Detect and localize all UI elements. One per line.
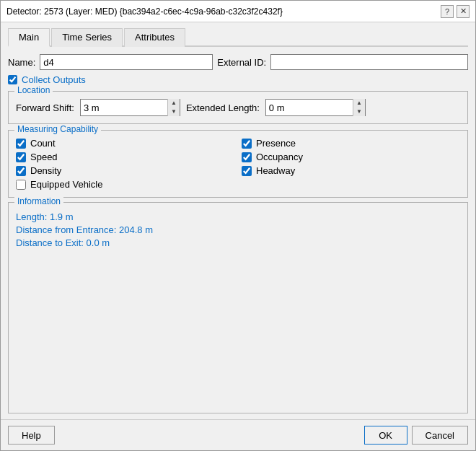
presence-checkbox[interactable]	[242, 139, 252, 149]
location-row: Forward Shift: ▲ ▼ Extended Length: ▲ ▼	[16, 99, 460, 116]
headway-label[interactable]: Headway	[256, 165, 295, 176]
cancel-button[interactable]: Cancel	[412, 426, 468, 445]
extended-length-input[interactable]	[266, 100, 353, 115]
ok-button[interactable]: OK	[364, 426, 407, 445]
extended-length-spinner-buttons: ▲ ▼	[353, 99, 365, 116]
name-input[interactable]	[40, 54, 213, 70]
title-actions: ? ✕	[441, 5, 470, 18]
headway-checkbox[interactable]	[242, 166, 252, 176]
close-title-button[interactable]: ✕	[457, 5, 470, 18]
info-distance-exit: Distance to Exit: 0.0 m	[16, 237, 460, 248]
check-presence: Presence	[242, 138, 460, 149]
extended-length-spinner: ▲ ▼	[265, 99, 366, 116]
tab-main[interactable]: Main	[8, 28, 50, 47]
measuring-capability-group: Measuring Capability Count Presence Spee…	[8, 130, 468, 198]
equipped-vehicle-label[interactable]: Equipped Vehicle	[30, 179, 102, 190]
check-speed: Speed	[16, 152, 234, 162]
dialog-body: Main Time Series Attributes Name: Extern…	[1, 22, 475, 419]
measuring-capability-label: Measuring Capability	[14, 124, 101, 134]
speed-label[interactable]: Speed	[30, 152, 58, 162]
information-group: Information Length: 1.9 m Distance from …	[8, 202, 468, 413]
collect-outputs-row: Collect Outputs	[8, 74, 468, 85]
location-group-label: Location	[14, 85, 53, 95]
density-label[interactable]: Density	[30, 165, 61, 176]
information-content: Length: 1.9 m Distance from Entrance: 20…	[16, 211, 460, 248]
collect-outputs-checkbox[interactable]	[8, 75, 17, 84]
footer-right-buttons: OK Cancel	[364, 426, 468, 445]
info-length: Length: 1.9 m	[16, 211, 460, 222]
title-bar: Detector: 2573 (Layer: MED) {bac394a2-c6…	[1, 1, 475, 22]
collect-outputs-label[interactable]: Collect Outputs	[22, 74, 86, 85]
dialog-container: Detector: 2573 (Layer: MED) {bac394a2-c6…	[0, 0, 476, 451]
dialog-footer: Help OK Cancel	[1, 419, 475, 450]
check-equipped-vehicle: Equipped Vehicle	[16, 179, 234, 190]
help-title-button[interactable]: ?	[441, 5, 454, 18]
name-label: Name:	[8, 57, 35, 68]
occupancy-label[interactable]: Occupancy	[256, 152, 303, 162]
forward-shift-down-btn[interactable]: ▼	[168, 108, 180, 116]
extended-length-label: Extended Length:	[186, 102, 260, 113]
extended-length-down-btn[interactable]: ▼	[353, 108, 365, 116]
forward-shift-spinner-buttons: ▲ ▼	[167, 99, 180, 116]
tab-time-series[interactable]: Time Series	[51, 28, 123, 47]
count-checkbox[interactable]	[16, 139, 26, 149]
tab-bar: Main Time Series Attributes	[8, 28, 468, 47]
density-checkbox[interactable]	[16, 166, 26, 176]
forward-shift-input[interactable]	[81, 100, 167, 115]
dialog-title: Detector: 2573 (Layer: MED) {bac394a2-c6…	[6, 6, 283, 17]
check-headway: Headway	[242, 165, 460, 176]
presence-label[interactable]: Presence	[256, 138, 296, 149]
forward-shift-label: Forward Shift:	[16, 102, 74, 113]
check-count: Count	[16, 138, 234, 149]
external-id-input[interactable]	[270, 54, 468, 70]
help-button[interactable]: Help	[8, 426, 55, 445]
forward-shift-up-btn[interactable]: ▲	[168, 99, 180, 108]
occupancy-checkbox[interactable]	[242, 152, 252, 162]
measuring-grid: Count Presence Speed Occupancy Density	[16, 138, 460, 190]
name-row: Name: External ID:	[8, 54, 468, 70]
tab-attributes[interactable]: Attributes	[124, 28, 185, 47]
information-group-label: Information	[14, 196, 63, 206]
check-density: Density	[16, 165, 234, 176]
check-occupancy: Occupancy	[242, 152, 460, 162]
location-group: Location Forward Shift: ▲ ▼ Extended Len…	[8, 91, 468, 124]
external-id-label: External ID:	[217, 57, 266, 68]
forward-shift-spinner: ▲ ▼	[80, 99, 180, 116]
count-label[interactable]: Count	[30, 138, 56, 149]
equipped-vehicle-checkbox[interactable]	[16, 180, 26, 190]
info-distance-entrance: Distance from Entrance: 204.8 m	[16, 224, 460, 235]
extended-length-up-btn[interactable]: ▲	[353, 99, 365, 108]
speed-checkbox[interactable]	[16, 152, 26, 162]
